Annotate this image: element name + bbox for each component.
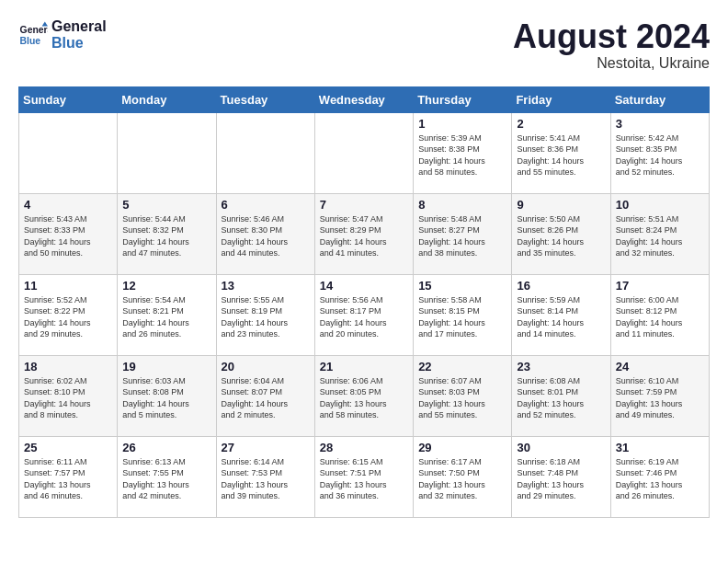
day-number: 9 [517,198,605,212]
weekday-sunday: Sunday [19,86,118,112]
calendar-day-cell: 14Sunrise: 5:56 AM Sunset: 8:17 PM Dayli… [314,274,413,355]
calendar-day-cell: 4Sunrise: 5:43 AM Sunset: 8:33 PM Daylig… [19,193,118,274]
day-info: Sunrise: 5:51 AM Sunset: 8:24 PM Dayligh… [616,213,704,259]
calendar-day-cell: 7Sunrise: 5:47 AM Sunset: 8:29 PM Daylig… [314,193,413,274]
calendar-day-cell: 18Sunrise: 6:02 AM Sunset: 8:10 PM Dayli… [19,355,118,436]
calendar-day-cell: 30Sunrise: 6:18 AM Sunset: 7:48 PM Dayli… [512,436,610,517]
day-info: Sunrise: 5:39 AM Sunset: 8:38 PM Dayligh… [418,132,506,178]
day-number: 19 [122,360,210,373]
day-info: Sunrise: 6:10 AM Sunset: 7:59 PM Dayligh… [616,375,704,421]
calendar-day-cell: 31Sunrise: 6:19 AM Sunset: 7:46 PM Dayli… [610,436,709,517]
day-info: Sunrise: 6:18 AM Sunset: 7:48 PM Dayligh… [517,456,605,502]
day-info: Sunrise: 5:52 AM Sunset: 8:22 PM Dayligh… [24,294,112,340]
day-number: 15 [418,279,506,293]
calendar-day-cell: 24Sunrise: 6:10 AM Sunset: 7:59 PM Dayli… [610,355,709,436]
day-info: Sunrise: 6:08 AM Sunset: 8:01 PM Dayligh… [517,375,605,421]
day-info: Sunrise: 5:47 AM Sunset: 8:29 PM Dayligh… [320,213,408,259]
day-number: 27 [222,441,310,454]
day-info: Sunrise: 5:41 AM Sunset: 8:36 PM Dayligh… [517,132,605,178]
day-number: 18 [24,360,112,373]
calendar-body: 1Sunrise: 5:39 AM Sunset: 8:38 PM Daylig… [19,112,710,517]
day-info: Sunrise: 6:07 AM Sunset: 8:03 PM Dayligh… [418,375,506,421]
svg-text:General: General [20,25,48,35]
day-info: Sunrise: 6:15 AM Sunset: 7:51 PM Dayligh… [320,456,408,502]
day-number: 4 [24,198,112,212]
day-number: 14 [320,279,408,293]
calendar-day-cell: 22Sunrise: 6:07 AM Sunset: 8:03 PM Dayli… [414,355,512,436]
calendar-day-cell [19,112,118,193]
day-number: 20 [222,360,310,373]
calendar-day-cell: 13Sunrise: 5:55 AM Sunset: 8:19 PM Dayli… [216,274,314,355]
calendar-week-row: 11Sunrise: 5:52 AM Sunset: 8:22 PM Dayli… [19,274,710,355]
calendar-day-cell: 29Sunrise: 6:17 AM Sunset: 7:50 PM Dayli… [414,436,512,517]
logo-blue: Blue [51,35,107,52]
calendar-day-cell: 28Sunrise: 6:15 AM Sunset: 7:51 PM Dayli… [314,436,413,517]
day-number: 8 [418,198,506,212]
day-number: 7 [320,198,408,212]
calendar-day-cell: 9Sunrise: 5:50 AM Sunset: 8:26 PM Daylig… [512,193,610,274]
calendar-day-cell: 11Sunrise: 5:52 AM Sunset: 8:22 PM Dayli… [19,274,118,355]
calendar-day-cell [216,112,314,193]
weekday-saturday: Saturday [610,86,709,112]
day-info: Sunrise: 5:43 AM Sunset: 8:33 PM Dayligh… [24,213,112,259]
logo-general: General [51,18,107,35]
day-number: 11 [24,279,112,293]
day-number: 10 [616,198,704,212]
svg-marker-2 [42,21,48,26]
day-number: 6 [222,198,310,212]
day-info: Sunrise: 5:55 AM Sunset: 8:19 PM Dayligh… [222,294,310,340]
day-info: Sunrise: 6:06 AM Sunset: 8:05 PM Dayligh… [320,375,408,421]
month-year-title: August 2024 [513,18,710,55]
calendar-day-cell: 16Sunrise: 5:59 AM Sunset: 8:14 PM Dayli… [512,274,610,355]
day-number: 16 [517,279,605,293]
calendar-day-cell: 19Sunrise: 6:03 AM Sunset: 8:08 PM Dayli… [118,355,216,436]
day-number: 24 [616,360,704,373]
svg-text:Blue: Blue [20,35,41,45]
calendar-week-row: 4Sunrise: 5:43 AM Sunset: 8:33 PM Daylig… [19,193,710,274]
day-info: Sunrise: 5:48 AM Sunset: 8:27 PM Dayligh… [418,213,506,259]
calendar-day-cell: 1Sunrise: 5:39 AM Sunset: 8:38 PM Daylig… [414,112,512,193]
weekday-monday: Monday [118,86,216,112]
weekday-thursday: Thursday [414,86,512,112]
day-number: 1 [418,117,506,131]
day-info: Sunrise: 6:11 AM Sunset: 7:57 PM Dayligh… [24,456,112,502]
calendar-header: SundayMondayTuesdayWednesdayThursdayFrid… [19,86,710,112]
calendar-table: SundayMondayTuesdayWednesdayThursdayFrid… [18,86,710,518]
day-number: 26 [122,441,210,454]
calendar-day-cell: 20Sunrise: 6:04 AM Sunset: 8:07 PM Dayli… [216,355,314,436]
day-info: Sunrise: 5:46 AM Sunset: 8:30 PM Dayligh… [222,213,310,259]
day-info: Sunrise: 6:14 AM Sunset: 7:53 PM Dayligh… [222,456,310,502]
day-number: 30 [517,441,605,454]
calendar-day-cell: 27Sunrise: 6:14 AM Sunset: 7:53 PM Dayli… [216,436,314,517]
calendar-day-cell: 6Sunrise: 5:46 AM Sunset: 8:30 PM Daylig… [216,193,314,274]
calendar-week-row: 25Sunrise: 6:11 AM Sunset: 7:57 PM Dayli… [19,436,710,517]
calendar-day-cell [314,112,413,193]
calendar-day-cell: 2Sunrise: 5:41 AM Sunset: 8:36 PM Daylig… [512,112,610,193]
logo-icon: General Blue [18,20,48,50]
calendar-day-cell: 17Sunrise: 6:00 AM Sunset: 8:12 PM Dayli… [610,274,709,355]
calendar-day-cell: 12Sunrise: 5:54 AM Sunset: 8:21 PM Dayli… [118,274,216,355]
weekday-wednesday: Wednesday [314,86,413,112]
calendar-week-row: 1Sunrise: 5:39 AM Sunset: 8:38 PM Daylig… [19,112,710,193]
weekday-header-row: SundayMondayTuesdayWednesdayThursdayFrid… [19,86,710,112]
day-number: 25 [24,441,112,454]
calendar-day-cell: 5Sunrise: 5:44 AM Sunset: 8:32 PM Daylig… [118,193,216,274]
day-number: 2 [517,117,605,131]
day-number: 12 [122,279,210,293]
day-info: Sunrise: 5:50 AM Sunset: 8:26 PM Dayligh… [517,213,605,259]
location-subtitle: Nestoita, Ukraine [513,55,710,72]
day-info: Sunrise: 5:54 AM Sunset: 8:21 PM Dayligh… [122,294,210,340]
day-number: 21 [320,360,408,373]
logo: General Blue General Blue [18,18,107,51]
day-info: Sunrise: 6:02 AM Sunset: 8:10 PM Dayligh… [24,375,112,421]
calendar-day-cell: 23Sunrise: 6:08 AM Sunset: 8:01 PM Dayli… [512,355,610,436]
day-number: 28 [320,441,408,454]
day-number: 29 [418,441,506,454]
page-header: General Blue General Blue August 2024 Ne… [18,18,710,72]
day-number: 3 [616,117,704,131]
day-info: Sunrise: 5:56 AM Sunset: 8:17 PM Dayligh… [320,294,408,340]
day-number: 13 [222,279,310,293]
day-info: Sunrise: 5:42 AM Sunset: 8:35 PM Dayligh… [616,132,704,178]
calendar-day-cell [118,112,216,193]
day-info: Sunrise: 6:03 AM Sunset: 8:08 PM Dayligh… [122,375,210,421]
